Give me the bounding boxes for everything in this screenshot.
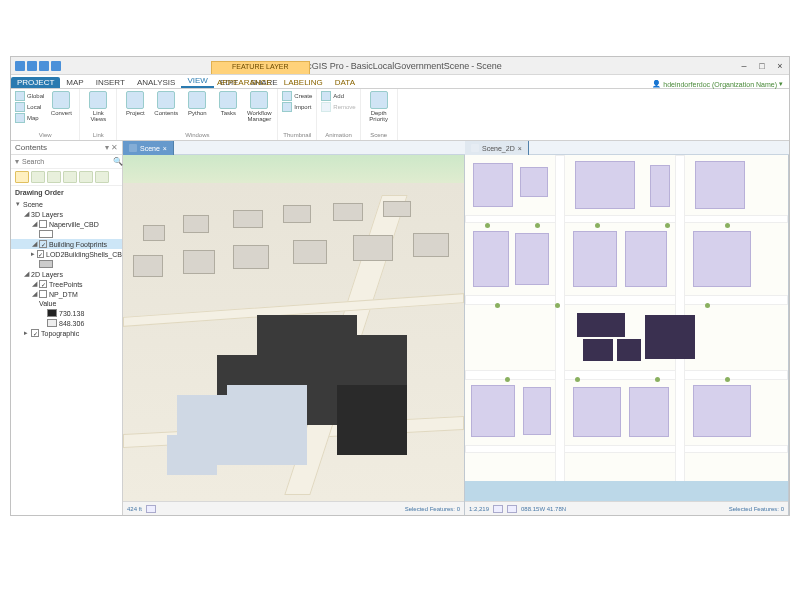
anim-remove-button[interactable]: Remove xyxy=(321,102,355,112)
checkbox-icon: ✓ xyxy=(39,240,47,248)
project-pane-button[interactable]: Project xyxy=(121,91,149,116)
hero-building xyxy=(157,315,417,485)
tab-project[interactable]: PROJECT xyxy=(11,77,60,88)
list-snapping-button[interactable] xyxy=(79,171,93,183)
map-view[interactable]: 1:2,219 088.15W 41.78N Selected Features… xyxy=(465,155,789,515)
qat-save-icon[interactable] xyxy=(15,61,25,71)
globe-icon xyxy=(15,91,25,101)
drawing-order-title: Drawing Order xyxy=(11,186,122,199)
scale-3d[interactable]: 424 ft xyxy=(127,506,142,512)
import-icon xyxy=(282,102,292,112)
map-button[interactable]: Map xyxy=(15,113,44,123)
tasks-button[interactable]: Tasks xyxy=(214,91,242,116)
toc-tree: ▾Scene ◢3D Layers ◢Naperville_CBD ◢✓Buil… xyxy=(11,199,122,515)
close-icon[interactable]: × xyxy=(518,145,522,152)
link-views-button[interactable]: Link Views xyxy=(84,91,112,122)
tab-data[interactable]: DATA xyxy=(329,77,361,88)
toc-3d-layers[interactable]: ◢3D Layers xyxy=(11,209,122,219)
map-canvas[interactable] xyxy=(465,155,788,501)
anim-add-button[interactable]: Add xyxy=(321,91,355,101)
ribbon-group-thumbnail: Create Import Thumbnail xyxy=(278,89,317,140)
import-thumbnail-button[interactable]: Import xyxy=(282,102,312,112)
toc-lod2-symbol[interactable] xyxy=(11,259,122,269)
toc-footprints[interactable]: ◢✓Building Footprints xyxy=(11,239,122,249)
tab-map[interactable]: MAP xyxy=(60,77,89,88)
tab-analysis[interactable]: ANALYSIS xyxy=(131,77,182,88)
scale-2d[interactable]: 1:2,219 xyxy=(469,506,489,512)
constraint-icon[interactable] xyxy=(493,505,503,513)
map-icon xyxy=(15,113,25,123)
python-button[interactable]: Python xyxy=(183,91,211,116)
scene-canvas[interactable] xyxy=(123,155,464,501)
depth-priority-button[interactable]: Depth Priority xyxy=(365,91,393,122)
workflow-icon xyxy=(250,91,268,109)
contents-pane-button[interactable]: Contents xyxy=(152,91,180,116)
snap-icon[interactable] xyxy=(507,505,517,513)
add-icon xyxy=(321,91,331,101)
cube-icon xyxy=(15,102,25,112)
list-source-button[interactable] xyxy=(31,171,45,183)
tab-appearance[interactable]: APPEARANCE xyxy=(211,77,278,88)
contextual-tabs: APPEARANCE LABELING DATA xyxy=(211,77,361,88)
tab-labeling[interactable]: LABELING xyxy=(278,77,329,88)
active-view-name: Scene xyxy=(476,61,502,71)
create-thumbnail-button[interactable]: Create xyxy=(282,91,312,101)
scene-view[interactable]: 424 ft Selected Features: 0 xyxy=(123,155,465,515)
user-signin[interactable]: 👤 hdeindorferdoc (Organization Name) ▾ xyxy=(652,80,783,88)
titlebar: ArcGIS Pro - BasicLocalGovernmentScene -… xyxy=(11,57,789,75)
quick-access-toolbar xyxy=(11,61,61,71)
checkbox-icon: ✓ xyxy=(37,250,44,258)
contents-header: Contents ▾ ✕ xyxy=(11,141,122,155)
filter-icon[interactable]: ▾ xyxy=(15,157,19,166)
maximize-button[interactable]: □ xyxy=(753,59,771,73)
close-button[interactable]: × xyxy=(771,59,789,73)
list-drawing-order-button[interactable] xyxy=(15,171,29,183)
toc-dtm[interactable]: ◢NP_DTM xyxy=(11,289,122,299)
local-button[interactable]: Local xyxy=(15,102,44,112)
views-area: Scene × Scene_2D × xyxy=(123,141,789,515)
qat-undo-icon[interactable] xyxy=(27,61,37,71)
list-editing-button[interactable] xyxy=(63,171,77,183)
tab-insert[interactable]: INSERT xyxy=(90,77,131,88)
window-controls: – □ × xyxy=(735,59,789,73)
qat-more-icon[interactable] xyxy=(51,61,61,71)
contents-search-row: ▾ 🔍 xyxy=(11,155,122,169)
toc-naperville-symbol[interactable] xyxy=(11,229,122,239)
toc-naperville[interactable]: ◢Naperville_CBD xyxy=(11,219,122,229)
convert-button[interactable]: Convert xyxy=(47,91,75,116)
list-selection-button[interactable] xyxy=(47,171,61,183)
link-icon xyxy=(89,91,107,109)
checkbox-icon: ✓ xyxy=(31,329,39,337)
view-tab-scene[interactable]: Scene × xyxy=(123,141,174,155)
checkbox-icon xyxy=(39,290,47,298)
contents-pane-icon xyxy=(157,91,175,109)
workflow-button[interactable]: Workflow Manager xyxy=(245,91,273,122)
map-icon xyxy=(471,144,479,152)
nav-icon[interactable] xyxy=(146,505,156,513)
ribbon-group-animation: Add Remove Animation xyxy=(317,89,360,140)
qat-redo-icon[interactable] xyxy=(39,61,49,71)
pane-header-buttons[interactable]: ▾ ✕ xyxy=(105,143,118,152)
toc-2d-layers[interactable]: ◢2D Layers xyxy=(11,269,122,279)
selected-footprint xyxy=(577,313,625,337)
search-icon[interactable]: 🔍 xyxy=(113,157,123,166)
tab-view[interactable]: VIEW xyxy=(181,75,213,88)
python-icon xyxy=(188,91,206,109)
minimize-button[interactable]: – xyxy=(735,59,753,73)
chevron-down-icon: ▾ xyxy=(779,80,783,88)
app-window: ArcGIS Pro - BasicLocalGovernmentScene -… xyxy=(10,56,790,516)
ribbon-body: Global Local Map Convert View Link Views… xyxy=(11,89,789,141)
close-icon[interactable]: × xyxy=(163,145,167,152)
toc-topographic[interactable]: ▸✓Topographic xyxy=(11,328,122,338)
user-org: (Organization Name) xyxy=(712,81,777,88)
toc-treepoints[interactable]: ◢✓TreePoints xyxy=(11,279,122,289)
coords-2d: 088.15W 41.78N xyxy=(521,506,566,512)
contextual-tab-header: FEATURE LAYER xyxy=(211,61,310,74)
contents-search-input[interactable] xyxy=(22,158,110,165)
global-button[interactable]: Global xyxy=(15,91,44,101)
depth-icon xyxy=(370,91,388,109)
toc-lod2[interactable]: ▸✓LOD2BuildingShells_CBD xyxy=(11,249,122,259)
view-tab-scene2d[interactable]: Scene_2D × xyxy=(465,141,529,155)
list-labeling-button[interactable] xyxy=(95,171,109,183)
toc-scene[interactable]: ▾Scene xyxy=(11,199,122,209)
